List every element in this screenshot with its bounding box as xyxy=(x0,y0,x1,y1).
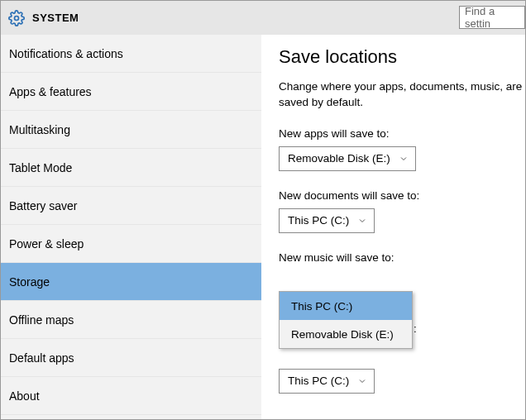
documents-save-location-combo[interactable]: This PC (C:) xyxy=(279,208,375,233)
field-label-music: New music will save to: xyxy=(279,251,525,264)
sidebar-item-power-sleep[interactable]: Power & sleep xyxy=(1,225,261,263)
page-description: Change where your apps, documents, music… xyxy=(279,79,525,111)
sidebar-item-label: Default apps xyxy=(9,351,74,365)
chevron-down-icon xyxy=(357,216,367,226)
combo-value: This PC (C:) xyxy=(288,214,349,227)
search-placeholder: Find a settin xyxy=(465,5,519,30)
main: Save locations Change where your apps, d… xyxy=(262,35,525,419)
sidebar-item-multitasking[interactable]: Multitasking xyxy=(1,111,261,149)
sidebar-item-label: About xyxy=(9,389,40,403)
sidebar-item-label: Tablet Mode xyxy=(9,161,72,174)
sidebar-item-battery-saver[interactable]: Battery saver xyxy=(1,187,261,225)
stray-colon: : xyxy=(414,322,417,335)
sidebar-item-label: Power & sleep xyxy=(9,237,84,251)
sidebar-item-offline-maps[interactable]: Offline maps xyxy=(1,301,261,339)
sidebar-item-default-apps[interactable]: Default apps xyxy=(1,339,261,377)
dropdown-item-this-pc[interactable]: This PC (C:) xyxy=(280,292,412,320)
chevron-down-icon xyxy=(399,154,409,164)
sidebar-item-label: Offline maps xyxy=(9,313,74,327)
sidebar: Notifications & actions Apps & features … xyxy=(1,35,262,419)
dropdown-item-label: Removable Disk (E:) xyxy=(291,328,394,341)
search-input[interactable]: Find a settin xyxy=(459,6,525,29)
chevron-down-icon xyxy=(357,376,367,386)
field-label-apps: New apps will save to: xyxy=(279,127,525,140)
apps-save-location-combo[interactable]: Removable Disk (E:) xyxy=(279,146,416,171)
combo-value: Removable Disk (E:) xyxy=(288,152,390,165)
sidebar-item-tablet-mode[interactable]: Tablet Mode xyxy=(1,149,261,187)
svg-point-0 xyxy=(15,16,19,20)
sidebar-item-storage[interactable]: Storage xyxy=(1,263,261,301)
sidebar-item-label: Battery saver xyxy=(9,199,77,212)
dropdown-item-removable-disk[interactable]: Removable Disk (E:) xyxy=(280,320,412,348)
header-title: SYSTEM xyxy=(32,12,79,24)
page-title: Save locations xyxy=(279,46,525,68)
sidebar-item-label: Multitasking xyxy=(9,123,70,136)
extra-save-location-combo[interactable]: This PC (C:) xyxy=(279,369,375,394)
combo-value: This PC (C:) xyxy=(288,375,349,387)
sidebar-item-notifications-actions[interactable]: Notifications & actions xyxy=(1,35,261,73)
music-save-location-dropdown[interactable]: This PC (C:) Removable Disk (E:) xyxy=(279,291,413,349)
sidebar-item-label: Storage xyxy=(9,275,50,289)
header: SYSTEM Find a settin xyxy=(1,1,525,35)
sidebar-item-apps-features[interactable]: Apps & features xyxy=(1,73,261,111)
field-label-documents: New documents will save to: xyxy=(279,189,525,202)
gear-icon xyxy=(7,9,26,27)
layout: Notifications & actions Apps & features … xyxy=(1,35,525,419)
dropdown-item-label: This PC (C:) xyxy=(291,300,352,313)
sidebar-item-label: Apps & features xyxy=(9,85,92,98)
sidebar-item-label: Notifications & actions xyxy=(9,47,123,60)
sidebar-item-about[interactable]: About xyxy=(1,377,261,415)
